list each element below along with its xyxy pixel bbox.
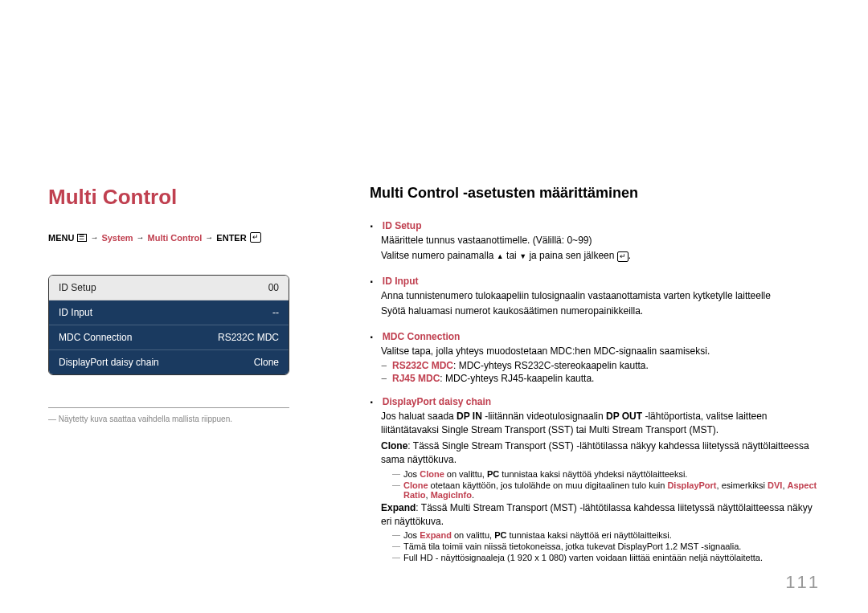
breadcrumb-multicontrol: Multi Control [148,233,203,243]
item-id-setup: ID Setup Määrittele tunnus vastaanottime… [370,218,820,264]
sub-rs232c: RS232C MDC: MDC-yhteys RS232C-stereokaap… [370,360,820,371]
page-number: 111 [785,572,820,593]
arrow-icon: → [205,233,213,242]
breadcrumb: MENU ☰ → System → Multi Control → ENTER … [48,232,289,243]
panel-row-id-input[interactable]: ID Input -- [49,300,289,325]
settings-panel: ID Setup 00 ID Input -- MDC Connection R… [48,275,289,375]
right-column: Multi Control -asetusten määrittäminen I… [370,185,820,572]
page-title: Multi Control [48,185,289,210]
text: Valitse tapa, jolla yhteys muodostetaan … [381,345,820,358]
text: Valitse numero painamalla ▲ tai ▼ ja pai… [381,249,820,263]
item-head: DisplayPort daisy chain [383,396,491,407]
item-head: ID Input [383,276,419,287]
breadcrumb-system: System [101,233,133,243]
note-clone-pc: Jos Clone on valittu, PC tunnistaa kaksi… [370,469,820,479]
item-id-input: ID Input Anna tunnistenumero tulokaapeli… [370,273,820,319]
footnote: ― Näytetty kuva saattaa vaihdella mallis… [48,415,289,423]
panel-row-dp-chain[interactable]: DisplayPort daisy chain Clone [49,349,289,374]
item-head: MDC Connection [383,331,461,342]
row-value: Clone [254,357,279,368]
row-label: MDC Connection [59,332,132,343]
item-dp-chain: DisplayPort daisy chain Jos haluat saada… [370,394,820,562]
row-value: -- [272,307,279,318]
row-label: DisplayPort daisy chain [59,357,159,368]
sub-rj45: RJ45 MDC: MDC-yhteys RJ45-kaapelin kautt… [370,373,820,384]
item-mdc: MDC Connection Valitse tapa, jolla yhtey… [370,329,820,384]
up-arrow-icon: ▲ [497,252,504,260]
row-label: ID Input [59,307,92,318]
text: Syötä haluamasi numerot kaukosäätimen nu… [381,304,820,318]
note-expand-pc: Jos Expand on valittu, PC tunnistaa kaks… [370,530,820,540]
item-head: ID Setup [383,220,422,231]
note-clone-sources: Clone otetaan käyttöön, jos tulolähde on… [370,480,820,500]
text: Määrittele tunnus vastaanottimelle. (Väl… [381,234,820,247]
enter-icon: ↵ [250,232,261,243]
note-expand-mst: Tämä tila toimii vain niissä tietokoneis… [370,541,820,551]
text: Clone: Tässä Single Stream Transport (SS… [381,439,820,468]
panel-row-id-setup[interactable]: ID Setup 00 [49,276,289,300]
enter-icon: ↵ [617,251,628,262]
row-value: RS232C MDC [218,332,279,343]
panel-row-mdc[interactable]: MDC Connection RS232C MDC [49,325,289,349]
section-title: Multi Control -asetusten määrittäminen [370,185,820,202]
divider [48,407,289,408]
arrow-icon: → [90,233,98,242]
breadcrumb-menu: MENU [48,233,74,243]
row-label: ID Setup [59,282,96,293]
arrow-icon: → [137,233,145,242]
menu-icon: ☰ [77,234,87,242]
left-column: Multi Control MENU ☰ → System → Multi Co… [48,185,289,572]
breadcrumb-enter: ENTER [216,233,246,243]
note-expand-fullhd: Full HD - näyttösignaaleja (1 920 x 1 08… [370,553,820,562]
text: Jos haluat saada DP IN -liitännän videot… [381,410,820,438]
row-value: 00 [268,282,279,293]
text: Anna tunnistenumero tulokaapeliin tulosi… [381,289,820,303]
text: Expand: Tässä Multi Stream Transport (MS… [381,501,820,529]
down-arrow-icon: ▼ [519,252,526,260]
